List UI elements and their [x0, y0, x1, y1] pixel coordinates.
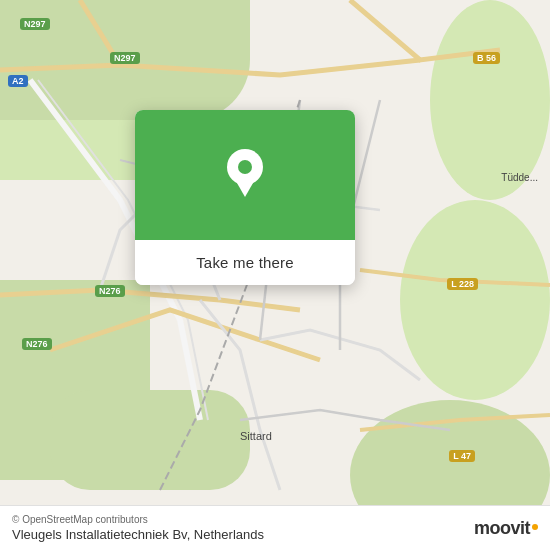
road-label-l228: L 228 — [447, 278, 478, 290]
city-label-tudde: Tüdde... — [501, 172, 538, 183]
take-me-there-button[interactable]: Take me there — [135, 240, 355, 285]
road-label-l47: L 47 — [449, 450, 475, 462]
pin-circle — [227, 149, 263, 185]
road-label-n297-left: N297 — [110, 52, 140, 64]
app-container: N297 A2 N297 B 56 N276 N276 L 228 L 47 S… — [0, 0, 550, 550]
moovit-dot — [532, 524, 538, 530]
location-pin — [227, 149, 263, 193]
business-info: © OpenStreetMap contributors Vleugels In… — [12, 514, 264, 542]
road-label-b56: B 56 — [473, 52, 500, 64]
popup-map-section — [135, 110, 355, 240]
city-label-sittard: Sittard — [240, 430, 272, 442]
pin-dot — [238, 160, 252, 174]
road-label-n297-top: N297 — [20, 18, 50, 30]
location-popup: Take me there — [135, 110, 355, 285]
business-name: Vleugels Installatietechniek Bv, Netherl… — [12, 527, 264, 542]
moovit-logo: moovit — [474, 518, 538, 539]
road-label-a2: A2 — [8, 75, 28, 87]
bottom-bar: © OpenStreetMap contributors Vleugels In… — [0, 505, 550, 550]
pin-tail — [237, 183, 253, 197]
osm-credit: © OpenStreetMap contributors — [12, 514, 264, 525]
moovit-logo-text: moovit — [474, 518, 530, 539]
road-label-n276-2: N276 — [22, 338, 52, 350]
road-label-n276-1: N276 — [95, 285, 125, 297]
map-container[interactable]: N297 A2 N297 B 56 N276 N276 L 228 L 47 S… — [0, 0, 550, 550]
